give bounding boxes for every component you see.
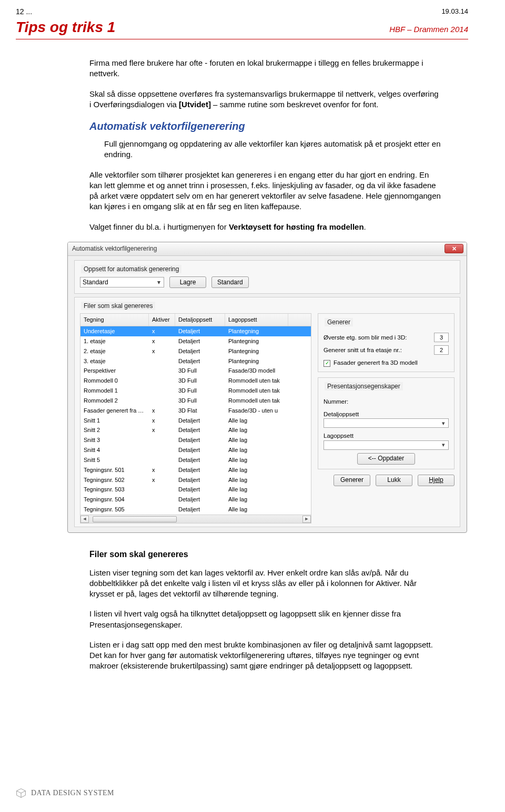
table-cell: [149, 485, 175, 495]
close-icon: ✕: [452, 245, 457, 253]
lukk-button[interactable]: Lukk: [376, 475, 412, 486]
table-cell: Tegningsnr. 501: [80, 465, 149, 475]
table-row[interactable]: 1. etasjexDetaljertPlantegning: [80, 336, 311, 346]
horizontal-scrollbar[interactable]: ◄ ►: [80, 515, 311, 523]
table-cell: Snitt 3: [80, 435, 149, 445]
page-subtitle: HBF – Drammen 2014: [389, 25, 468, 34]
lagre-button[interactable]: Lagre: [169, 276, 206, 288]
table-row[interactable]: Tegningsnr. 501xDetaljertAlle lag: [80, 465, 311, 475]
table-row[interactable]: Snitt 4DetaljertAlle lag: [80, 445, 311, 455]
oppdater-button[interactable]: <-- Oppdater: [357, 453, 415, 465]
scroll-left-icon[interactable]: ◄: [80, 516, 89, 523]
table-row[interactable]: Tegningsnr. 503DetaljertAlle lag: [80, 485, 311, 495]
col-lag[interactable]: Lagoppsett: [225, 314, 288, 326]
table-cell: 3D Flat: [175, 406, 225, 416]
table-row[interactable]: Snitt 2xDetaljertAlle lag: [80, 425, 311, 435]
snitt-input[interactable]: 2: [434, 345, 449, 355]
scroll-right-icon[interactable]: ►: [302, 516, 311, 523]
table-cell: Alle lag: [225, 465, 288, 475]
detalj-combo[interactable]: ▾: [324, 418, 449, 428]
table-row[interactable]: 2. etasjexDetaljertPlantegning: [80, 346, 311, 356]
table-cell: x: [149, 416, 175, 426]
table-cell: Alle lag: [225, 505, 288, 515]
table-cell: Detaljert: [175, 336, 225, 346]
files-paragraph-1: Listen viser tegning som det kan lages v…: [89, 568, 442, 600]
table-cell: Detaljert: [175, 445, 225, 455]
table-cell: 1. etasje: [80, 336, 149, 346]
files-table[interactable]: Tegning Aktiver Detaljoppsett Lagoppsett…: [80, 313, 311, 523]
table-cell: Alle lag: [225, 485, 288, 495]
table-cell: 3. etasje: [80, 356, 149, 366]
col-aktiver[interactable]: Aktiver: [149, 314, 175, 326]
table-cell: Detaljert: [175, 346, 225, 356]
table-cell: Detaljert: [175, 416, 225, 426]
text: Hjelp: [429, 476, 443, 484]
page-title: Tips og triks 1: [16, 19, 115, 36]
table-cell: Detaljert: [175, 425, 225, 435]
section-heading-files: Filer som skal genereres: [89, 549, 442, 560]
dialog-vector-generation: Automatisk vektorfilgenerering ✕ Oppsett…: [67, 242, 467, 533]
table-cell: x: [149, 346, 175, 356]
text: Valget finner du bl.a. i hurtigmenyen fo…: [89, 222, 229, 231]
table-cell: [149, 505, 175, 515]
table-cell: Detaljert: [175, 435, 225, 445]
table-row[interactable]: Snitt 3DetaljertAlle lag: [80, 435, 311, 445]
close-button[interactable]: ✕: [445, 244, 463, 253]
table-cell: Snitt 1: [80, 416, 149, 426]
overste-input[interactable]: 3: [434, 333, 449, 342]
table-row[interactable]: Rommodell 23D FullRommodell uten tak: [80, 396, 311, 406]
text-bold: [Utvidet]: [179, 100, 211, 109]
vector-paragraph-2: Alle vektorfiler som tilhører prosjektet…: [89, 170, 442, 212]
table-cell: x: [149, 336, 175, 346]
table-cell: Rommodell uten tak: [225, 396, 288, 406]
table-cell: Plantegning: [225, 346, 288, 356]
table-cell: [149, 386, 175, 396]
table-cell: Tegningsnr. 504: [80, 495, 149, 505]
table-cell: x: [149, 475, 175, 485]
table-cell: Alle lag: [225, 495, 288, 505]
table-row[interactable]: 3. etasjeDetaljertPlantegning: [80, 356, 311, 366]
text: – samme rutine som beskrevet ovenfor for…: [211, 100, 378, 109]
table-row[interactable]: Rommodell 13D FullRommodell uten tak: [80, 386, 311, 396]
setup-combo[interactable]: Standard ▾: [80, 277, 164, 287]
table-row[interactable]: Snitt 5DetaljertAlle lag: [80, 455, 311, 465]
lag-combo[interactable]: ▾: [324, 440, 449, 450]
table-row[interactable]: Tegningsnr. 505DetaljertAlle lag: [80, 505, 311, 515]
hjelp-button[interactable]: Hjelp: [418, 475, 454, 486]
vector-paragraph-1: Full gjennomgang og oppdatering av alle …: [104, 139, 442, 160]
generer-button[interactable]: Generer: [334, 475, 370, 486]
table-cell: Snitt 4: [80, 445, 149, 455]
table-cell: 3D Full: [175, 396, 225, 406]
table-row[interactable]: Tegningsnr. 502xDetaljertAlle lag: [80, 475, 311, 485]
table-cell: x: [149, 425, 175, 435]
table-cell: Detaljert: [175, 326, 225, 336]
table-cell: Detaljert: [175, 356, 225, 366]
table-cell: Rommodell 0: [80, 376, 149, 386]
detalj-label: Detaljoppsett: [324, 410, 449, 419]
fasader-checkbox[interactable]: ✓: [324, 360, 330, 367]
vector-paragraph-3: Valget finner du bl.a. i hurtigmenyen fo…: [89, 222, 442, 232]
standard-button[interactable]: Standard: [211, 276, 249, 288]
table-cell: Rommodell uten tak: [225, 386, 288, 396]
table-cell: Plantegning: [225, 336, 288, 346]
table-cell: Alle lag: [225, 475, 288, 485]
table-row[interactable]: UnderetasjexDetaljertPlantegning: [80, 326, 311, 336]
scroll-thumb[interactable]: [93, 516, 177, 522]
table-cell: [149, 366, 175, 376]
table-row[interactable]: Rommodell 03D FullRommodell uten tak: [80, 376, 311, 386]
col-detalj[interactable]: Detaljoppsett: [175, 314, 225, 326]
table-cell: Fasade/3D modell: [225, 366, 288, 376]
text: .: [364, 222, 366, 231]
table-cell: Fasade/3D - uten u: [225, 406, 288, 416]
table-row[interactable]: Perspektiver3D FullFasade/3D modell: [80, 366, 311, 376]
table-cell: Alle lag: [225, 445, 288, 455]
table-row[interactable]: Snitt 1xDetaljertAlle lag: [80, 416, 311, 426]
col-tegning[interactable]: Tegning: [80, 314, 149, 326]
table-row[interactable]: Fasader generert fra 3...x3D FlatFasade/…: [80, 406, 311, 416]
snitt-label: Generer snitt ut fra etasje nr.:: [324, 346, 402, 355]
table-cell: 3D Full: [175, 376, 225, 386]
dds-logo-icon: [16, 788, 26, 798]
table-row[interactable]: Tegningsnr. 504DetaljertAlle lag: [80, 495, 311, 505]
table-cell: Detaljert: [175, 485, 225, 495]
text-bold: Verktøysett for høsting fra modellen: [229, 222, 364, 231]
